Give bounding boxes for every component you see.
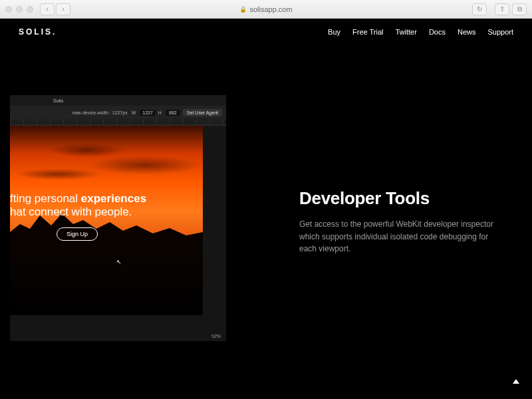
viewport-preview: fting personal experiences hat connect w…: [10, 126, 203, 315]
nav-links: Buy Free Trial Twitter Docs News Support: [328, 28, 513, 36]
nav-buttons: ‹ ›: [40, 3, 70, 15]
logo[interactable]: SOLIS.: [19, 27, 57, 37]
set-user-agent-button[interactable]: Set User Agent: [183, 109, 222, 116]
browser-toolbar: ‹ › 🔒 solisapp.com ↻ ⇪ ⧉: [0, 0, 532, 19]
address-bar[interactable]: 🔒 solisapp.com: [239, 5, 292, 13]
media-query-label: max-device-width : 1227px: [72, 110, 127, 115]
nav-news[interactable]: News: [458, 28, 476, 36]
height-input[interactable]: 882: [166, 110, 180, 116]
feature-text: Developer Tools Get access to the powerf…: [299, 188, 499, 255]
window-minimize-icon[interactable]: [16, 6, 23, 13]
lock-icon: 🔒: [239, 6, 247, 13]
scroll-top-button[interactable]: [512, 378, 520, 387]
app-tab-bar: Solis: [10, 95, 226, 106]
feature-heading: Developer Tools: [299, 188, 499, 209]
url-text: solisapp.com: [249, 5, 292, 13]
nav-buy[interactable]: Buy: [328, 28, 340, 36]
nav-twitter[interactable]: Twitter: [395, 28, 416, 36]
feature-body: Get access to the powerful WebKit develo…: [299, 218, 499, 255]
window-maximize-icon[interactable]: [27, 6, 33, 13]
back-button[interactable]: ‹: [40, 3, 55, 15]
hero-line-2: hat connect with people.: [10, 205, 183, 219]
signup-button[interactable]: Sign Up: [57, 227, 98, 241]
height-label: H: [158, 110, 162, 115]
reload-button[interactable]: ↻: [472, 3, 487, 15]
main-section: Solis max-device-width : 1227px W 1227 H…: [0, 19, 532, 399]
hero-line-1: fting personal experiences: [10, 192, 183, 205]
tabs-button[interactable]: ⧉: [512, 3, 527, 15]
app-preview: Solis max-device-width : 1227px W 1227 H…: [10, 95, 226, 341]
site-header: SOLIS. Buy Free Trial Twitter Docs News …: [0, 19, 532, 45]
width-input[interactable]: 1227: [140, 110, 156, 116]
browser-window: ‹ › 🔒 solisapp.com ↻ ⇪ ⧉ SOLIS. Buy Free…: [0, 0, 532, 399]
hero-line1-bold: experiences: [81, 192, 146, 205]
page-content: SOLIS. Buy Free Trial Twitter Docs News …: [0, 19, 532, 399]
hero-text: fting personal experiences hat connect w…: [10, 192, 183, 241]
nav-free-trial[interactable]: Free Trial: [352, 28, 383, 36]
clouds: [10, 132, 203, 192]
window-close-icon[interactable]: [5, 6, 12, 13]
ruler: [10, 119, 226, 126]
nav-support[interactable]: Support: [487, 28, 513, 36]
zoom-level: 92%: [211, 334, 221, 338]
toolbar-right: ⇪ ⧉: [495, 3, 527, 15]
forward-button[interactable]: ›: [56, 3, 70, 15]
share-button[interactable]: ⇪: [495, 3, 509, 15]
hero-line1-prefix: fting personal: [10, 192, 81, 205]
foreground-silhouette: [10, 242, 203, 315]
cursor-icon: ↖: [116, 259, 122, 265]
width-label: W: [132, 110, 136, 115]
app-tab-label[interactable]: Solis: [53, 98, 63, 103]
nav-docs[interactable]: Docs: [429, 28, 446, 36]
app-toolbar: max-device-width : 1227px W 1227 H 882 S…: [10, 106, 226, 119]
